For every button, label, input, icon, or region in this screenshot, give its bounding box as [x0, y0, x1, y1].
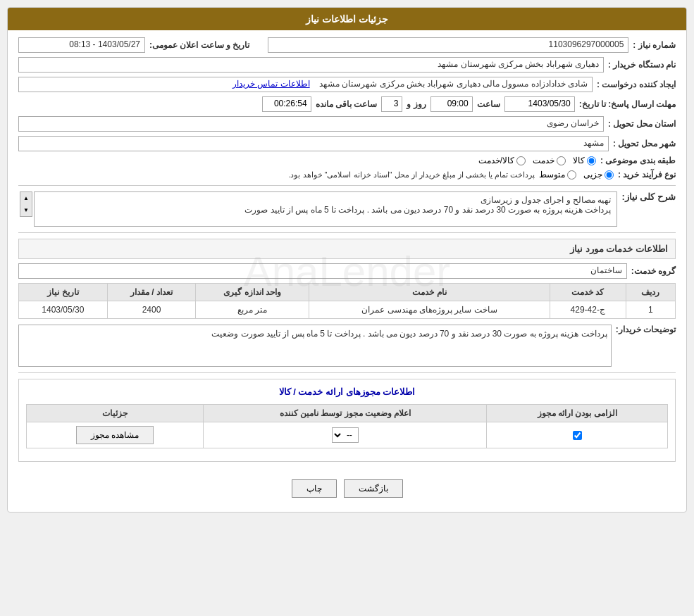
- action-buttons: بازگشت چاپ: [18, 472, 676, 505]
- print-button[interactable]: چاپ: [292, 479, 337, 498]
- cell-quantity: 2400: [107, 301, 196, 319]
- process-note: پرداخت تمام یا بخشی از مبلغ خریدار از مح…: [288, 170, 535, 180]
- requester-label: ایجاد کننده درخواست :: [597, 80, 676, 89]
- page-title: جزئیات اطلاعات نیاز: [8, 8, 686, 30]
- requester-value: شادی خدادادزاده مسوول مالی دهیاری شهرابا…: [18, 77, 593, 92]
- col-quantity: تعداد / مقدار: [107, 284, 196, 301]
- col-date: تاریخ نیاز: [19, 284, 108, 301]
- deadline-remaining: 00:26:54: [262, 96, 311, 112]
- permits-table: الزامی بودن ارائه مجوز اعلام وضعیت مجوز …: [26, 404, 668, 448]
- scroll-arrows[interactable]: ▲ ▼: [20, 191, 32, 217]
- back-button[interactable]: بازگشت: [344, 479, 403, 498]
- scroll-up[interactable]: ▲: [20, 192, 32, 204]
- deadline-days: 3: [381, 96, 402, 112]
- deadline-days-label: روز و: [407, 99, 426, 109]
- description-text: تهیه مصالح و اجرای جدول و زیرسازی پرداخت…: [34, 191, 618, 227]
- service-group-label: گروه خدمت:: [631, 266, 676, 276]
- col-code: کد خدمت: [550, 284, 626, 301]
- view-permit-button[interactable]: مشاهده مجوز: [76, 426, 154, 444]
- category-label: طبقه بندی موضوعی :: [600, 156, 676, 165]
- col-required: الزامی بودن ارائه مجوز: [487, 405, 668, 422]
- buyer-notes-textarea[interactable]: پرداخت هزینه پروژه به صورت 30 درصد نقد و…: [18, 325, 612, 367]
- contact-link[interactable]: اطلاعات تماس خریدار: [233, 79, 310, 89]
- city-value: مشهد: [18, 136, 609, 151]
- deadline-time: 09:00: [430, 96, 473, 112]
- col-index: ردیف: [626, 284, 675, 301]
- cell-index: 1: [626, 301, 675, 319]
- services-table: ردیف کد خدمت نام خدمت واحد اندازه گیری ت…: [18, 283, 676, 319]
- permit-status-select[interactable]: --: [332, 427, 359, 443]
- category-option-both[interactable]: کالا/خدمت: [478, 156, 526, 165]
- deadline-date: 1403/05/30: [504, 96, 575, 112]
- cell-code: ج-42-429: [550, 301, 626, 319]
- category-option-kala[interactable]: کالا: [573, 156, 596, 165]
- tender-number-label: شماره نیاز :: [633, 40, 676, 50]
- permit-row: -- مشاهده مجوز: [27, 422, 668, 448]
- permit-required-cell: [487, 422, 668, 448]
- scroll-down[interactable]: ▼: [20, 204, 32, 216]
- permit-details-cell: مشاهده مجوز: [27, 422, 204, 448]
- province-label: استان محل تحویل :: [608, 119, 676, 129]
- announce-datetime-label: تاریخ و ساعت اعلان عمومی:: [149, 40, 249, 50]
- city-label: شهر محل تحویل :: [613, 139, 676, 149]
- permits-section: اطلاعات مجوزهای ارائه خدمت / کالا الزامی…: [18, 379, 676, 462]
- tender-number-value: 1103096297000005: [268, 37, 628, 53]
- deadline-remaining-label: ساعت باقی مانده: [316, 99, 378, 109]
- category-radio-group: کالا خدمت کالا/خدمت: [478, 156, 596, 165]
- announce-datetime-value: 1403/05/27 - 08:13: [18, 37, 145, 53]
- col-status: اعلام وضعیت مجوز توسط نامین کننده: [204, 405, 487, 422]
- description-label: شرح کلی نیاز:: [621, 191, 676, 202]
- permit-status-cell: --: [204, 422, 487, 448]
- col-unit: واحد اندازه گیری: [196, 284, 309, 301]
- buyer-org-label: نام دستگاه خریدار :: [608, 60, 676, 70]
- deadline-time-label: ساعت: [477, 99, 500, 109]
- buyer-notes-label: توضیحات خریدار:: [616, 325, 676, 334]
- permits-title: اطلاعات مجوزهای ارائه خدمت / کالا: [26, 386, 668, 397]
- service-info-header: اطلاعات خدمات مورد نیاز: [18, 239, 676, 259]
- cell-date: 1403/05/30: [19, 301, 108, 319]
- process-label: نوع فرآیند خرید :: [618, 170, 676, 180]
- service-group-value: ساختمان: [18, 263, 627, 279]
- process-radio-group: جزیی متوسط: [539, 170, 614, 180]
- cell-name: ساخت سایر پروژه‌های مهندسی عمران: [309, 301, 550, 319]
- process-option-motavasset[interactable]: متوسط: [539, 170, 576, 180]
- deadline-label: مهلت ارسال پاسخ: تا تاریخ:: [579, 99, 676, 109]
- permit-required-checkbox[interactable]: [492, 431, 662, 440]
- col-details: جزئیات: [27, 405, 204, 422]
- col-name: نام خدمت: [309, 284, 550, 301]
- category-option-khedmat[interactable]: خدمت: [533, 156, 566, 165]
- table-row: 1 ج-42-429 ساخت سایر پروژه‌های مهندسی عم…: [19, 301, 676, 319]
- cell-unit: متر مربع: [196, 301, 309, 319]
- process-option-jozi[interactable]: جزیی: [583, 170, 614, 180]
- province-value: خراسان رضوی: [18, 116, 604, 132]
- buyer-org-value: دهیاری شهراباد بخش مرکزی شهرستان مشهد: [18, 57, 604, 73]
